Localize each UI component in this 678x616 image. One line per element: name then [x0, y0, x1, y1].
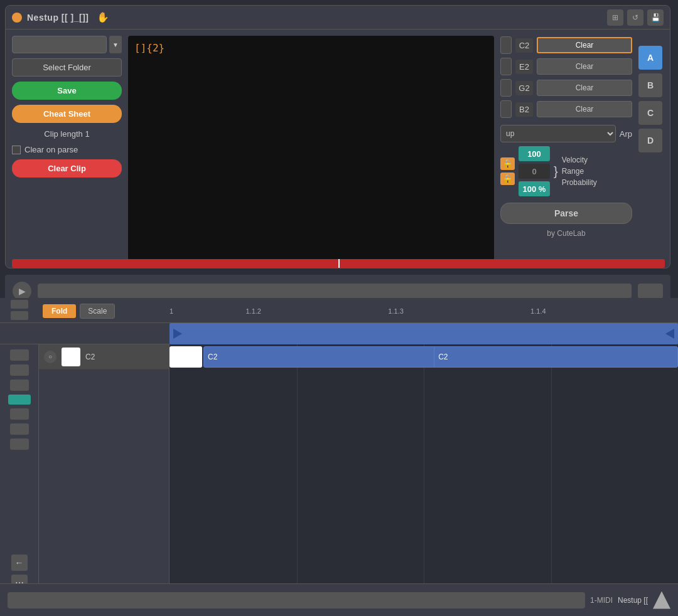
note-c2-second[interactable]: C2: [434, 346, 678, 368]
pitch-note-c2: C2: [515, 38, 533, 53]
midi-label: 1-MIDI: [590, 596, 613, 605]
pitch-clear-btn-g2[interactable]: Clear: [537, 80, 632, 96]
letter-a-btn[interactable]: A: [638, 46, 662, 70]
dropdown-arrow[interactable]: ▼: [109, 36, 122, 53]
pitch-key-btn-b2[interactable]: [500, 100, 512, 118]
control-bar-2[interactable]: [11, 311, 28, 320]
title-bar-right: ⊞ ↺ 💾: [607, 9, 664, 26]
grid-line-v2: [424, 344, 424, 616]
title-circle: [12, 13, 22, 23]
folder-dropdown[interactable]: [12, 36, 107, 53]
rewind-icon[interactable]: ←: [11, 555, 28, 571]
pitch-row-g2: G2 Clear: [500, 78, 632, 97]
pitch-key-btn-g2[interactable]: [500, 79, 512, 97]
arp-select[interactable]: up: [500, 125, 616, 142]
clip-overview-bar[interactable]: [170, 323, 678, 344]
hand-icon: ✋: [97, 11, 109, 23]
piano-roll-body: ← ⋯ ▼ ○ C2 C2 C2: [0, 344, 678, 616]
cheat-sheet-button[interactable]: Cheat Sheet: [12, 105, 122, 123]
control-bar-1[interactable]: [11, 300, 28, 309]
clear-clip-button[interactable]: Clear Clip: [12, 159, 122, 178]
left-controls: [0, 300, 39, 322]
vel-label-range: Range: [562, 167, 597, 176]
key-c2-row[interactable]: ○ C2: [39, 344, 169, 369]
sb-bar-3[interactable]: [10, 380, 29, 391]
transport-timeline[interactable]: [38, 284, 632, 299]
sb-bar-4[interactable]: [10, 408, 29, 420]
pitch-row-c2: C2 Clear: [500, 36, 632, 55]
sb-bar-1[interactable]: [10, 349, 29, 361]
sb-bar-6[interactable]: [10, 438, 29, 450]
letter-c-btn[interactable]: C: [638, 101, 662, 125]
record-btn[interactable]: ⊞: [607, 9, 623, 26]
bottom-bar: 1-MIDI Nestup [[: [0, 583, 678, 616]
clear-on-parse-checkbox[interactable]: [12, 146, 21, 154]
note-c2-second-label: C2: [438, 353, 448, 361]
clip-right-arrow: [665, 329, 674, 339]
marker-1-1-2: 1.1.2: [246, 307, 389, 319]
save-title-btn[interactable]: 💾: [647, 9, 664, 26]
pitch-key-btn-c2[interactable]: [500, 36, 512, 54]
pitch-clear-btn-b2[interactable]: Clear: [537, 101, 632, 117]
pitch-clear-btn-e2[interactable]: Clear: [537, 58, 632, 75]
letter-b-btn[interactable]: B: [638, 73, 662, 97]
velocity-bot-input[interactable]: [519, 181, 550, 196]
letter-d-btn[interactable]: D: [638, 129, 662, 152]
arp-row: up Arp: [500, 125, 632, 142]
clear-on-parse-row: Clear on parse: [12, 145, 122, 154]
teal-bar: [8, 395, 31, 405]
transport-right: [638, 284, 663, 299]
lock-top-icon[interactable]: 🔒: [500, 157, 515, 170]
piano-roll: Fold Scale 1 1.1.2 1.1.3 1.1.4: [0, 298, 678, 616]
bracket-icon: }: [554, 164, 558, 179]
clip-length-label: Clip length 1: [12, 128, 122, 140]
save-button[interactable]: Save: [12, 82, 122, 100]
clear-on-parse-label: Clear on parse: [24, 145, 78, 154]
note-c2-first[interactable]: C2: [203, 346, 438, 368]
right-panel: C2 Clear E2 Clear G2 Clear: [500, 36, 632, 262]
piano-roll-header: Fold Scale 1 1.1.2 1.1.3 1.1.4: [0, 298, 678, 323]
pitch-note-e2: E2: [515, 60, 533, 74]
title-bar: Nestup [[ ]_[]] ✋ ⊞ ↺ 💾: [6, 6, 670, 29]
sb-bar-5[interactable]: [10, 423, 29, 435]
scale-button[interactable]: Scale: [80, 304, 115, 319]
key-c2-label: C2: [85, 353, 95, 361]
select-folder-button[interactable]: Select Folder: [12, 58, 122, 77]
refresh-btn[interactable]: ↺: [627, 9, 643, 26]
progress-bar[interactable]: [12, 259, 665, 268]
window-title: Nestup [[ ]_[]]: [27, 13, 89, 23]
clip-left-arrow: [173, 329, 182, 339]
note-white-block[interactable]: [170, 346, 202, 368]
vel-labels: Velocity Range Probability: [562, 156, 597, 187]
velocity-col: [519, 146, 550, 196]
marker-1-1-4: 1.1.4: [530, 307, 673, 319]
pitch-clear-btn-c2[interactable]: Clear: [537, 37, 632, 53]
code-editor[interactable]: []{2}: [128, 36, 494, 262]
overview-bar: [0, 323, 678, 344]
velocity-top-input[interactable]: [519, 146, 550, 161]
vel-label-probability: Probability: [562, 178, 597, 187]
velocity-mid-input[interactable]: [519, 164, 550, 179]
up-arrow-btn[interactable]: [653, 592, 670, 609]
grid-area[interactable]: C2 C2 1/1k ↖: [170, 344, 678, 616]
timeline-markers: 1 1.1.2 1.1.3 1.1.4: [170, 307, 678, 322]
plugin-window: Nestup [[ ]_[]] ✋ ⊞ ↺ 💾 ▼ Select Folder …: [5, 5, 670, 268]
keys-column: ○ C2: [39, 344, 170, 616]
vel-label-velocity: Velocity: [562, 156, 597, 164]
pitch-key-btn-e2[interactable]: [500, 58, 512, 75]
key-c2-white: [62, 348, 80, 366]
lock-bottom-icon[interactable]: 🔒: [500, 173, 515, 185]
note-c2-first-label: C2: [208, 353, 217, 361]
left-panel: ▼ Select Folder Save Cheat Sheet Clip le…: [12, 36, 122, 262]
pitch-rows: C2 Clear E2 Clear G2 Clear: [500, 36, 632, 119]
bottom-timeline[interactable]: [8, 592, 585, 608]
code-content: []{2}: [134, 42, 164, 54]
key-c2-icon[interactable]: ○: [44, 351, 56, 363]
parse-button[interactable]: Parse: [500, 203, 632, 224]
lock-col: 🔒 🔒: [500, 157, 515, 185]
fold-button[interactable]: Fold: [43, 304, 76, 318]
left-sidebar: ← ⋯ ▼: [0, 344, 39, 616]
marker-1: 1: [170, 307, 246, 319]
sb-bar-2[interactable]: [10, 364, 29, 376]
progress-cursor: [338, 259, 340, 268]
